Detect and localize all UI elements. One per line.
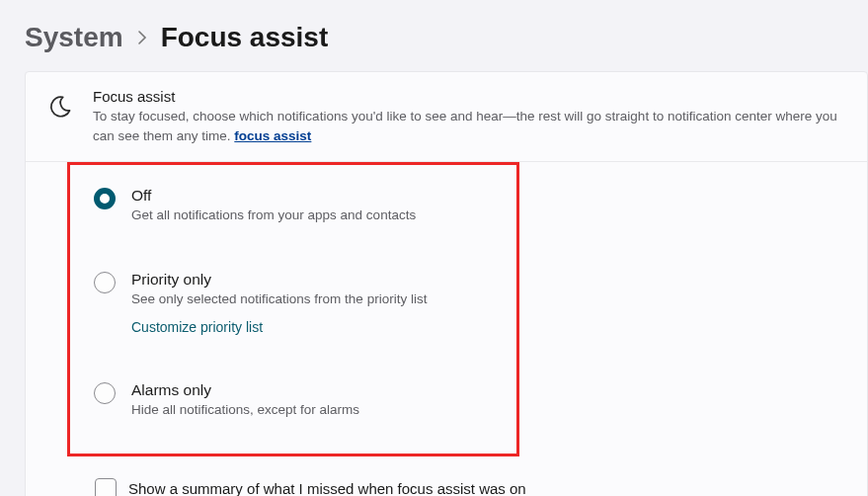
option-priority-body: Priority only See only selected notifica…: [131, 271, 497, 336]
option-off[interactable]: Off Get all notifications from your apps…: [94, 179, 497, 237]
option-off-sub: Get all notifications from your apps and…: [131, 207, 497, 225]
options-section: Off Get all notifications from your apps…: [26, 162, 867, 496]
card-header-text: Focus assist To stay focused, choose whi…: [93, 88, 847, 145]
annotation-highlight: Off Get all notifications from your apps…: [67, 162, 519, 456]
breadcrumb-parent[interactable]: System: [25, 22, 123, 53]
card-title: Focus assist: [93, 88, 847, 105]
card-header: Focus assist To stay focused, choose whi…: [26, 72, 867, 162]
summary-label: Show a summary of what I missed when foc…: [128, 480, 526, 496]
option-alarms-body: Alarms only Hide all notifications, exce…: [131, 381, 497, 420]
customize-priority-link[interactable]: Customize priority list: [131, 319, 263, 335]
focus-assist-card: Focus assist To stay focused, choose whi…: [25, 71, 868, 496]
breadcrumb: System Focus assist: [0, 0, 868, 71]
radio-alarms[interactable]: [94, 382, 116, 404]
moon-icon: [47, 94, 73, 120]
option-priority-label: Priority only: [131, 271, 497, 289]
radio-off[interactable]: [94, 188, 116, 209]
summary-checkbox[interactable]: [95, 478, 117, 496]
breadcrumb-current: Focus assist: [161, 22, 329, 53]
card-description-text: To stay focused, choose which notificati…: [93, 109, 837, 143]
focus-assist-more-link[interactable]: focus assist: [234, 128, 311, 143]
radio-priority[interactable]: [94, 272, 116, 293]
option-alarms[interactable]: Alarms only Hide all notifications, exce…: [94, 373, 497, 432]
chevron-right-icon: [137, 29, 147, 49]
option-alarms-label: Alarms only: [131, 381, 497, 399]
option-priority[interactable]: Priority only See only selected notifica…: [94, 263, 497, 348]
summary-row: Show a summary of what I missed when foc…: [26, 456, 867, 496]
option-off-label: Off: [131, 187, 497, 205]
option-alarms-sub: Hide all notifications, except for alarm…: [131, 401, 497, 420]
option-priority-sub: See only selected notifications from the…: [131, 290, 497, 309]
option-off-body: Off Get all notifications from your apps…: [131, 187, 497, 225]
card-description: To stay focused, choose which notificati…: [93, 107, 847, 145]
